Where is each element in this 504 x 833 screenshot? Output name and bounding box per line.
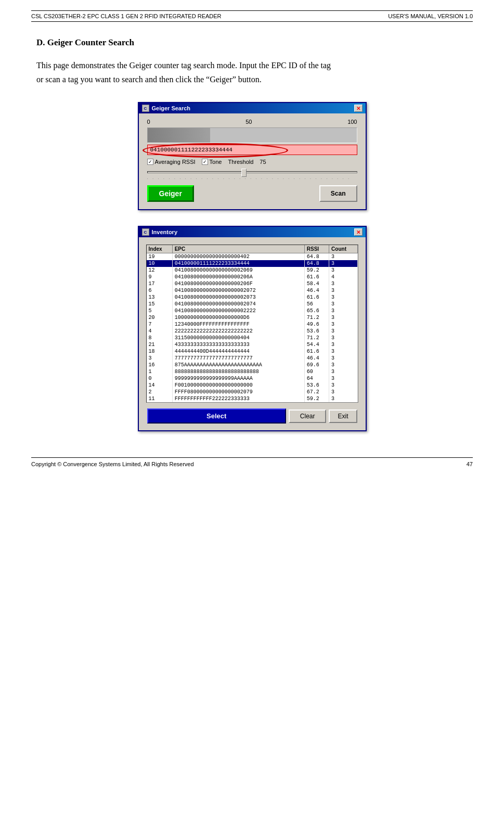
geiger-options: ✓ Averaging RSSI ✓ Tone Threshold 75 (143, 157, 361, 167)
geiger-close-btn[interactable]: ✕ (354, 105, 363, 112)
csl-icon: C (142, 105, 149, 112)
geiger-title: Geiger Search (152, 105, 191, 111)
table-row[interactable]: 4 2222222222222222222222222 53.6 3 (147, 328, 358, 335)
scan-button[interactable]: Scan (319, 185, 357, 202)
clear-button[interactable]: Clear (289, 409, 327, 423)
avg-rssi-option[interactable]: ✓ Averaging RSSI (147, 159, 196, 165)
cell-rssi: 54.4 (304, 341, 329, 348)
cell-count: 4 (329, 274, 357, 280)
geiger-button[interactable]: Geiger (147, 185, 194, 202)
cell-count: 3 (329, 328, 357, 335)
cell-rssi: 67.2 (304, 389, 329, 395)
table-row[interactable]: 17 041008000000000000000206F 58.4 3 (147, 280, 358, 287)
exit-button[interactable]: Exit (329, 409, 357, 423)
cell-rssi: 49.6 (304, 321, 329, 328)
cell-epc: 04100800000000000000002222 (172, 307, 304, 314)
cell-rssi: 60 (304, 368, 329, 375)
geiger-signal-bar (147, 127, 357, 143)
col-count: Count (329, 245, 357, 253)
cell-count: 3 (329, 260, 357, 267)
inventory-close-btn[interactable]: ✕ (354, 228, 363, 236)
dialog-container: C Geiger Search ✕ 0 50 100 (36, 102, 468, 431)
cell-rssi: 61.6 (304, 348, 329, 355)
table-row[interactable]: 14 F001000000000000000000000 53.6 3 (147, 382, 358, 389)
cell-count: 3 (329, 395, 357, 402)
cell-index: 5 (147, 307, 173, 314)
cell-epc: 041000001111222233334444 (172, 260, 304, 267)
scale-right: 100 (347, 119, 357, 125)
table-row[interactable]: 21 433333333333333333333333 54.4 3 (147, 341, 358, 348)
avg-rssi-checkbox[interactable]: ✓ (147, 159, 153, 165)
table-row[interactable]: 16 875AAAAAAAAAAAAAAAAAAAAAAAAA 69.6 3 (147, 362, 358, 368)
table-row[interactable]: 7 12340000FFFFFFFFFFFFFFFF 49.6 3 (147, 321, 358, 328)
cell-index: 20 (147, 314, 173, 321)
cell-count: 3 (329, 267, 357, 274)
table-row[interactable]: 19 000000000000000000000402 64.8 3 (147, 253, 358, 261)
cell-index: 9 (147, 274, 173, 280)
cell-count: 3 (329, 287, 357, 294)
cell-index: 0 (147, 375, 173, 382)
geiger-search-dialog: C Geiger Search ✕ 0 50 100 (138, 102, 367, 210)
cell-epc: FFFF080000000000000002079 (172, 389, 304, 395)
slider-dots: . . . . . . . . . . . . . . . . . . . . … (147, 175, 357, 180)
cell-rssi: 58.4 (304, 280, 329, 287)
cell-count: 3 (329, 314, 357, 321)
cell-count: 3 (329, 280, 357, 287)
table-row[interactable]: 5 04100800000000000000002222 65.6 3 (147, 307, 358, 314)
table-row[interactable]: 8 311500000000000000000404 71.2 3 (147, 335, 358, 341)
col-index: Index (147, 245, 173, 253)
cell-epc: 041008000000000000000206F (172, 280, 304, 287)
cell-rssi: 53.6 (304, 382, 329, 389)
cell-index: 3 (147, 355, 173, 362)
table-row[interactable]: 20 1000000000000000000000D6 71.2 3 (147, 314, 358, 321)
cell-epc: F001000000000000000000000 (172, 382, 304, 389)
geiger-epc-field[interactable]: 041000001111222233334444 (147, 145, 357, 155)
cell-epc: 888888888888888888888888888 (172, 368, 304, 375)
cell-epc: 12340000FFFFFFFFFFFFFFFF (172, 321, 304, 328)
cell-rssi: 65.6 (304, 307, 329, 314)
cell-index: 13 (147, 294, 173, 301)
body-text: This page demonstrates the Geiger counte… (36, 58, 468, 86)
geiger-scale: 0 50 100 (143, 118, 361, 126)
table-row[interactable]: 11 FFFFFFFFFFFF222222333333 59.2 3 (147, 395, 358, 402)
scale-mid: 50 (245, 119, 252, 125)
page-footer: Copyright © Convergence Systems Limited,… (31, 457, 473, 467)
cell-count: 3 (329, 362, 357, 368)
cell-rssi: 53.6 (304, 328, 329, 335)
slider-thumb[interactable] (241, 169, 247, 177)
select-button[interactable]: Select (147, 408, 286, 424)
tone-checkbox[interactable]: ✓ (202, 159, 208, 165)
cell-count: 3 (329, 335, 357, 341)
epc-value: 041000001111222233334444 (150, 147, 232, 153)
table-row[interactable]: 10 041000001111222233334444 64.8 3 (147, 260, 358, 267)
cell-index: 8 (147, 335, 173, 341)
table-row[interactable]: 9 041008000000000000000206A 61.6 4 (147, 274, 358, 280)
table-row[interactable]: 3 7777777777777777777777777 46.4 3 (147, 355, 358, 362)
cell-count: 3 (329, 389, 357, 395)
table-row[interactable]: 6 04100800000000000000002072 46.4 3 (147, 287, 358, 294)
table-row[interactable]: 15 04100800000000000000002074 56 3 (147, 301, 358, 307)
cell-index: 15 (147, 301, 173, 307)
table-row[interactable]: 1 888888888888888888888888888 60 3 (147, 368, 358, 375)
table-row[interactable]: 2 FFFF080000000000000002079 67.2 3 (147, 389, 358, 395)
scale-left: 0 (147, 119, 150, 125)
cell-count: 3 (329, 382, 357, 389)
tone-option[interactable]: ✓ Tone (202, 159, 222, 165)
table-row[interactable]: 0 9999999999999999999AAAAAA 64 3 (147, 375, 358, 382)
col-epc: EPC (172, 245, 304, 253)
cell-index: 16 (147, 362, 173, 368)
table-header-row: Index EPC RSSI Count (147, 245, 358, 253)
cell-count: 3 (329, 294, 357, 301)
threshold-label: Threshold (228, 159, 253, 165)
cell-epc: 9999999999999999999AAAAAA (172, 375, 304, 382)
cell-count: 3 (329, 307, 357, 314)
cell-epc: 7777777777777777777777777 (172, 355, 304, 362)
table-row[interactable]: 13 04100800000000000000002073 61.6 3 (147, 294, 358, 301)
table-row[interactable]: 12 0410080000000000000002069 59.2 3 (147, 267, 358, 274)
footer-page-number: 47 (467, 461, 473, 467)
footer-copyright: Copyright © Convergence Systems Limited,… (31, 461, 194, 467)
geiger-buttons: Geiger Scan (143, 182, 361, 205)
table-row[interactable]: 18 4444444400D4444444444444 61.6 3 (147, 348, 358, 355)
cell-index: 12 (147, 267, 173, 274)
slider-track[interactable] (147, 171, 357, 173)
